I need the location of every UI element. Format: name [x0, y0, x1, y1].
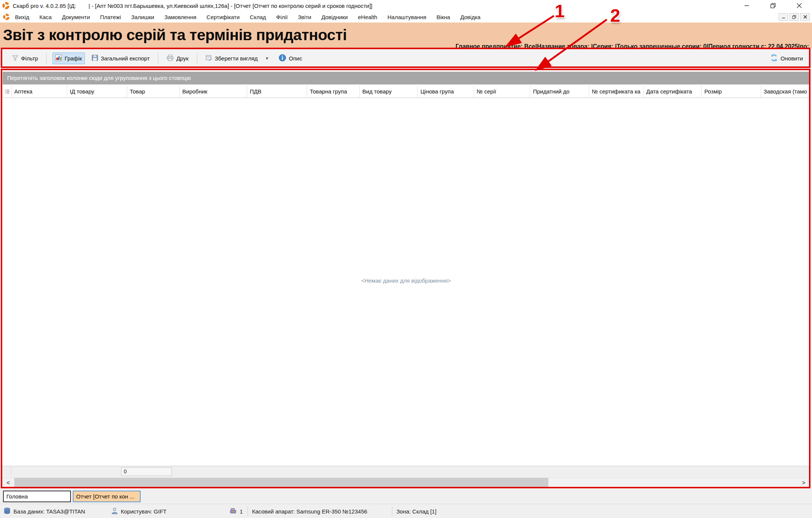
row-indicator-header — [3, 86, 12, 98]
close-icon[interactable] — [792, 0, 807, 11]
title-bar: Скарб pro v. 4.0.2.85 [ІД: | - [Апт №003… — [0, 0, 812, 11]
refresh-icon — [770, 54, 778, 63]
footer-summary-cell: 0 — [121, 467, 172, 476]
menu-item[interactable]: Вікна — [437, 14, 450, 20]
window-tabs-row: Головна Отчет [Отчет по кон ... — [0, 489, 812, 504]
chart-icon — [55, 54, 62, 62]
grid-footer-row: 0 — [2, 466, 810, 477]
column-header[interactable]: Розмір — [702, 86, 761, 98]
mdi-minimize-icon[interactable] — [779, 13, 788, 21]
column-header[interactable]: № серії — [474, 86, 530, 98]
toolbar: Фільтр Графік Загальни — [0, 48, 812, 69]
menu-item[interactable]: Філії — [276, 14, 288, 20]
row-indicator-icon — [5, 86, 9, 98]
chart-button[interactable]: Графік — [53, 53, 84, 64]
toolbar-separator — [46, 53, 47, 64]
window-controls — [739, 0, 807, 11]
status-separator — [248, 506, 248, 516]
report-header-band: Звіт з контролю серій та термінів придат… — [0, 23, 812, 48]
column-header[interactable]: Вид товару — [360, 86, 418, 98]
report-grid: Перетягніть заголовок колонки сюди для у… — [0, 69, 812, 488]
report-title: Звіт з контролю серій та термінів придат… — [3, 23, 347, 48]
scroll-right-icon[interactable]: > — [798, 477, 809, 487]
scrollbar-thumb[interactable] — [14, 478, 548, 487]
menu-item[interactable]: Каса — [39, 14, 52, 20]
grid-header-row: Аптека ІД товару Товар Виробник ПДВ Това… — [3, 86, 809, 98]
column-header[interactable]: Придатний до — [530, 86, 589, 98]
column-header[interactable]: Товарна група — [307, 86, 360, 98]
menu-item[interactable]: eHealth — [358, 14, 377, 20]
column-header[interactable]: Заводская (тамо — [761, 86, 812, 98]
horizontal-scrollbar[interactable]: < > — [2, 477, 810, 487]
column-header[interactable]: Виробник — [180, 86, 247, 98]
menu-item[interactable]: Звіти — [298, 14, 311, 20]
mdi-restore-icon[interactable] — [789, 13, 799, 21]
menu-item[interactable]: Склад — [250, 14, 266, 20]
filter-button[interactable]: Фільтр — [10, 53, 40, 64]
printer-icon — [167, 54, 174, 62]
column-header[interactable]: Товар — [127, 86, 180, 98]
status-bar: База даних: TASA3@TITAN Користувач: GIFT… — [0, 504, 812, 518]
menu-item[interactable]: Довідка — [460, 14, 480, 20]
menu-item[interactable]: Довідники — [321, 14, 348, 20]
menu-items: Вихід Каса Документи Платежі Залишки Зам… — [15, 14, 480, 20]
restore-icon[interactable] — [765, 0, 780, 11]
empty-data-message: <Немає даних для відображення> — [0, 277, 812, 284]
print-button[interactable]: Друк — [164, 53, 191, 64]
column-header[interactable]: ІД товару — [67, 86, 127, 98]
menu-item[interactable]: Залишки — [131, 14, 155, 20]
mdi-child-icon — [3, 14, 10, 20]
menu-bar: Вихід Каса Документи Платежі Залишки Зам… — [0, 11, 812, 23]
export-button[interactable]: Загальний експорт — [89, 53, 152, 64]
toolbar-separator — [158, 53, 158, 64]
minimize-icon[interactable] — [739, 0, 754, 11]
mdi-window-controls — [779, 13, 810, 21]
window-title: Скарб pro v. 4.0.2.85 [ІД: | - [Апт №003… — [13, 3, 372, 9]
menu-item[interactable]: Вихід — [15, 14, 29, 20]
status-zone: Зона: Склад [1] — [396, 504, 437, 518]
column-header[interactable]: Аптека — [12, 86, 67, 98]
status-user: Користувач: GIFT — [111, 504, 167, 518]
mdi-close-icon[interactable] — [800, 13, 810, 21]
status-register: Касовий апарат: Samsung ER-350 №123456 — [252, 504, 367, 518]
menu-item[interactable]: Платежі — [100, 14, 121, 20]
save-view-button[interactable]: Зберегти вигляд — [203, 53, 260, 64]
status-database: База даних: TASA3@TITAN — [4, 504, 85, 518]
column-header[interactable]: № сертификата ка — [589, 86, 644, 98]
app-logo-icon — [2, 2, 10, 9]
user-icon — [111, 507, 118, 515]
save-view-dropdown-icon[interactable]: ▼ — [265, 56, 269, 60]
footer-indicator-cell — [2, 466, 11, 477]
save-view-icon — [206, 54, 212, 62]
info-icon — [279, 54, 286, 63]
toolbar-separator — [197, 53, 197, 64]
column-header[interactable]: ПДВ — [247, 86, 307, 98]
menu-item[interactable]: Документи — [62, 14, 90, 20]
refresh-button[interactable]: Оновити — [768, 53, 805, 64]
menu-item[interactable]: Замовлення — [164, 14, 196, 20]
tab-home[interactable]: Головна — [3, 491, 71, 502]
cash-register-icon — [230, 507, 237, 515]
database-icon — [4, 507, 11, 515]
column-header[interactable]: Дата сертифіката — [644, 86, 702, 98]
tab-report[interactable]: Отчет [Отчет по кон ... — [73, 491, 141, 502]
funnel-icon — [12, 55, 18, 62]
menu-item[interactable]: Сертифікати — [207, 14, 240, 20]
save-export-icon — [92, 54, 98, 62]
menu-item[interactable]: Налаштування — [387, 14, 426, 20]
status-register-count: 1 — [230, 504, 243, 518]
description-button[interactable]: Опис — [276, 53, 305, 64]
scroll-left-icon[interactable]: < — [3, 477, 14, 487]
column-header[interactable]: Цінова група — [418, 86, 474, 98]
group-by-bar[interactable]: Перетягніть заголовок колонки сюди для у… — [3, 72, 809, 84]
status-separator — [392, 506, 392, 516]
